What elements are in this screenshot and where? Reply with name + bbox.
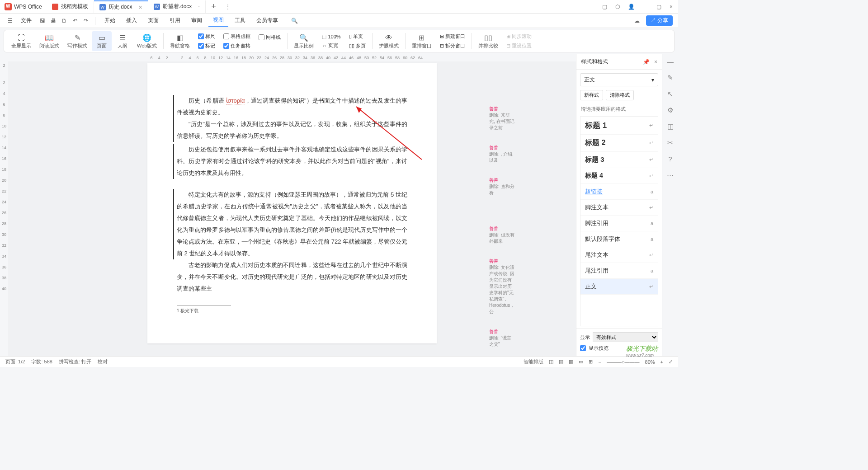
- tab-menu-icon[interactable]: ⋮: [225, 4, 231, 10]
- outline-button[interactable]: ☰大纲: [113, 31, 132, 51]
- expand-icon[interactable]: ⤢: [669, 359, 673, 365]
- redo-icon[interactable]: ↷: [81, 16, 90, 25]
- fullscreen-button[interactable]: ⛶全屏显示: [8, 31, 35, 51]
- close-icon[interactable]: ⋅: [198, 3, 200, 10]
- hamburger-icon[interactable]: ☰: [5, 16, 14, 25]
- paragraph[interactable]: 古老的影响力促成人们对历史本质的不同诠释，这些诠释在过去的几个世纪中不断演变，并…: [177, 259, 407, 295]
- pencil-icon[interactable]: ✎: [667, 74, 673, 82]
- newwin-button[interactable]: ⊞ 新建窗口: [438, 32, 467, 41]
- document-page[interactable]: 历史（希腊语 ἱστορία，通过调查获得的知识"）是书面文件中描述的过去及发生…: [147, 63, 437, 343]
- zoomratio-button[interactable]: 🔍显示比例: [290, 31, 317, 51]
- style-item[interactable]: 正文↵: [580, 279, 658, 295]
- paragraph[interactable]: 特定文化共有的故事，源的支持（例如亚瑟王周围的故事），通常被归为元前 5 世纪的…: [177, 189, 407, 259]
- style-item[interactable]: 默认段落字体a: [580, 231, 658, 247]
- pin-icon[interactable]: 📌: [643, 59, 650, 65]
- word-count[interactable]: 字数: 588: [31, 358, 52, 365]
- writemode-button[interactable]: ✎写作模式: [64, 31, 91, 51]
- current-style-select[interactable]: 正文▾: [580, 73, 658, 86]
- paragraph[interactable]: 历史（希腊语 ἱστορία，通过调查获得的知识"）是书面文件中描述的过去及发生…: [177, 95, 407, 118]
- print-icon[interactable]: 🖶: [49, 16, 58, 25]
- multipage-button[interactable]: ▯▯ 多页: [347, 42, 368, 50]
- add-tab-button[interactable]: +: [206, 2, 222, 11]
- taskpane-checkbox[interactable]: 任务窗格: [222, 42, 252, 50]
- menu-page[interactable]: 页面: [143, 15, 163, 26]
- style-item[interactable]: 标题 2↵: [580, 135, 658, 152]
- ribbon: ⛶全屏显示 📖阅读版式 ✎写作模式 ▭页面 ☰大纲 🌐Web版式 ◧导航窗格 标…: [4, 30, 675, 52]
- close-panel-icon[interactable]: ×: [654, 59, 657, 65]
- menu-vip[interactable]: 会员专享: [252, 15, 283, 26]
- compare-button[interactable]: ▯▯并排比较: [475, 31, 502, 51]
- style-item[interactable]: 标题 4↵: [580, 168, 658, 184]
- close-window-icon[interactable]: ×: [670, 4, 673, 10]
- view-mode-1-icon[interactable]: ◫: [549, 359, 553, 365]
- settings-icon[interactable]: ⚙: [667, 106, 673, 114]
- preview-icon[interactable]: 🗋: [60, 16, 69, 25]
- share-button[interactable]: ↗ 分享: [646, 15, 673, 26]
- tab-panwang-doc[interactable]: W 盼望着.docx ⋅: [148, 0, 206, 13]
- close-icon[interactable]: ×: [138, 4, 142, 11]
- view-mode-4-icon[interactable]: ▭: [579, 359, 583, 365]
- spellcheck-status[interactable]: 拼写检查: 打开: [59, 358, 91, 365]
- save-icon[interactable]: 🖫: [38, 16, 47, 25]
- help-icon[interactable]: ?: [668, 155, 672, 163]
- style-item[interactable]: 标题 1↵: [580, 117, 658, 135]
- readmode-button[interactable]: 📖阅读版式: [36, 31, 63, 51]
- webmode-button[interactable]: 🌐Web版式: [133, 31, 160, 51]
- new-style-button[interactable]: 新样式: [580, 90, 603, 100]
- collapse-icon[interactable]: —: [667, 58, 674, 66]
- pagemode-button[interactable]: ▭页面: [92, 31, 112, 51]
- layers-icon[interactable]: ◫: [667, 122, 674, 131]
- smart-layout[interactable]: 智能排版: [524, 358, 543, 365]
- cube-icon[interactable]: ⬡: [615, 4, 620, 10]
- tools-icon[interactable]: ✂: [667, 139, 673, 147]
- menu-reference[interactable]: 引用: [165, 15, 185, 26]
- navpane-button[interactable]: ◧导航窗格: [166, 31, 193, 51]
- menu-review[interactable]: 审阅: [187, 15, 207, 26]
- style-item[interactable]: 标题 3↵: [580, 152, 658, 168]
- clear-format-button[interactable]: 清除格式: [606, 90, 634, 100]
- arrangewin-button[interactable]: ⊞重排窗口: [408, 31, 435, 51]
- paragraph[interactable]: "历史"是一个总称，涉及到过去的事件以及记忆，发现，收集，组织关于这些事件的信息…: [177, 118, 407, 142]
- pagewidth-button[interactable]: ↔ 页宽: [320, 41, 342, 50]
- view-mode-2-icon[interactable]: ▤: [559, 359, 563, 365]
- cloud-icon[interactable]: ☁: [632, 16, 642, 25]
- zoom-value[interactable]: 80%: [645, 359, 655, 365]
- view-mode-3-icon[interactable]: ▦: [569, 359, 573, 365]
- pct100-button[interactable]: ⬚ 100%: [320, 33, 342, 40]
- tableborder-checkbox[interactable]: 表格虚框: [222, 32, 252, 41]
- undo-icon[interactable]: ↶: [71, 16, 80, 25]
- zoom-out-icon[interactable]: −: [598, 359, 601, 365]
- zoom-in-icon[interactable]: +: [660, 359, 663, 365]
- wps-icon: [5, 3, 12, 10]
- paragraph[interactable]: 历史还包括使用叙事来检一系列过去事件并客观地确定造成这些事件的因果关系的学科。历…: [177, 144, 407, 179]
- avatar-icon[interactable]: 👤: [628, 4, 635, 10]
- menu-start[interactable]: 开始: [100, 15, 120, 26]
- proof-status[interactable]: 校对: [98, 358, 108, 365]
- cursor-icon[interactable]: ↖: [667, 90, 673, 98]
- search-icon[interactable]: 🔍: [290, 16, 299, 25]
- more-icon[interactable]: ⋯: [667, 171, 674, 179]
- splitwin-button[interactable]: ⊟ 拆分窗口: [438, 42, 467, 50]
- menu-tools[interactable]: 工具: [230, 15, 250, 26]
- minimize-icon[interactable]: —: [643, 4, 648, 10]
- maximize-icon[interactable]: ▢: [656, 4, 661, 10]
- style-item[interactable]: 脚注文本↵: [580, 200, 658, 216]
- style-item[interactable]: 脚注引用a: [580, 216, 658, 231]
- style-item[interactable]: 尾注引用a: [580, 263, 658, 279]
- view-mode-5-icon[interactable]: ⊞: [589, 359, 593, 365]
- tab-template[interactable]: 找稻壳模板: [47, 0, 94, 13]
- style-item[interactable]: 尾注文本↵: [580, 247, 658, 263]
- menu-view[interactable]: 视图: [208, 14, 228, 27]
- file-menu[interactable]: 文件: [16, 15, 36, 26]
- gridlines-checkbox[interactable]: 网格线: [257, 33, 283, 42]
- restore-icon[interactable]: ▢: [602, 4, 607, 10]
- singlepage-button[interactable]: ▯ 单页: [347, 32, 368, 41]
- ruler-checkbox[interactable]: 标尺: [196, 32, 217, 41]
- menu-insert[interactable]: 插入: [122, 15, 142, 26]
- show-select[interactable]: 有效样式: [593, 332, 658, 342]
- tab-history-doc[interactable]: W 历史.docx ×: [94, 0, 148, 13]
- eyemode-button[interactable]: 👁护眼模式: [375, 31, 402, 51]
- style-item[interactable]: 超链接a: [580, 184, 658, 200]
- page-indicator[interactable]: 页面: 1/2: [5, 358, 25, 365]
- marker-checkbox[interactable]: 标记: [196, 42, 217, 50]
